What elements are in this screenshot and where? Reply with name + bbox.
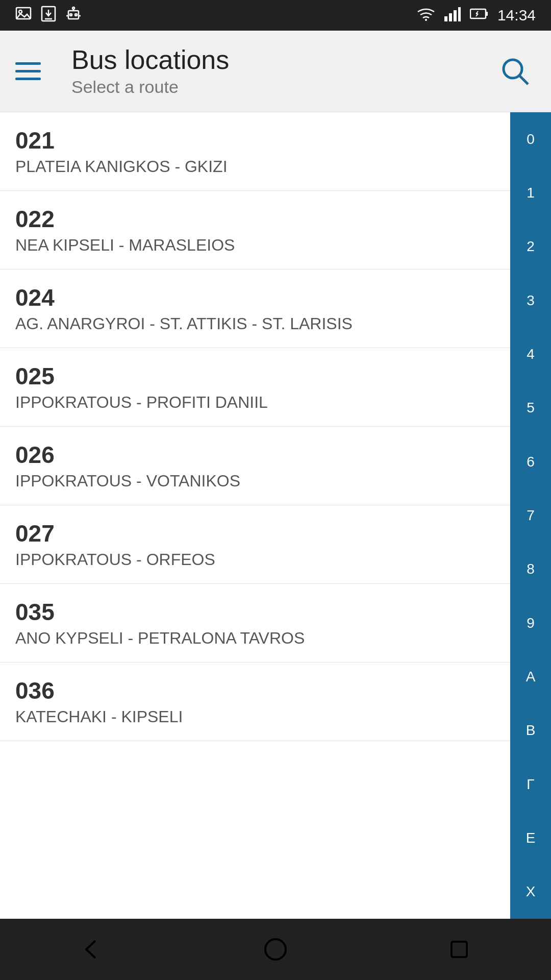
- svg-point-7: [75, 14, 77, 16]
- svg-point-6: [70, 14, 72, 16]
- search-icon: [500, 56, 531, 87]
- route-name: KATECHAKI - KIPSELI: [15, 707, 495, 726]
- alpha-index-item[interactable]: 9: [510, 596, 551, 650]
- svg-rect-15: [454, 10, 457, 21]
- alpha-index-item[interactable]: X: [510, 865, 551, 919]
- list-item[interactable]: 026IPPOKRATOUS - VOTANIKOS: [0, 427, 510, 505]
- svg-rect-25: [452, 942, 467, 957]
- route-number: 021: [15, 127, 495, 154]
- app-bar: Bus locations Select a route: [0, 31, 551, 112]
- route-number: 022: [15, 205, 495, 233]
- route-number: 024: [15, 284, 495, 311]
- recents-button[interactable]: [434, 929, 485, 970]
- alpha-index-item[interactable]: 1: [510, 166, 551, 219]
- svg-rect-14: [449, 13, 452, 21]
- route-number: 035: [15, 598, 495, 626]
- hamburger-line-2: [15, 70, 41, 72]
- app-title: Bus locations: [71, 45, 495, 75]
- svg-point-24: [265, 939, 286, 960]
- list-item[interactable]: 027IPPOKRATOUS - ORFEOS: [0, 505, 510, 584]
- list-item[interactable]: 024AG. ANARGYROI - ST. ATTIKIS - ST. LAR…: [0, 270, 510, 348]
- back-icon: [79, 937, 105, 962]
- alpha-index-item[interactable]: 6: [510, 435, 551, 488]
- alpha-index-item[interactable]: 4: [510, 327, 551, 381]
- svg-point-9: [72, 7, 74, 9]
- route-list: 021PLATEIA KANIGKOS - GKIZI022NEA KIPSEL…: [0, 112, 510, 919]
- svg-point-12: [425, 19, 427, 21]
- signal-status-icon: [444, 6, 461, 25]
- home-button[interactable]: [250, 929, 301, 970]
- status-bar-right-icons: 14:34: [417, 6, 536, 25]
- route-name: IPPOKRATOUS - PROFITI DANIIL: [15, 393, 495, 412]
- home-icon: [263, 937, 288, 962]
- list-item[interactable]: 036KATECHAKI - KIPSELI: [0, 663, 510, 741]
- route-name: IPPOKRATOUS - VOTANIKOS: [15, 472, 495, 491]
- svg-point-22: [504, 60, 522, 78]
- alpha-index-item[interactable]: E: [510, 811, 551, 865]
- list-item[interactable]: 025IPPOKRATOUS - PROFITI DANIIL: [0, 348, 510, 427]
- route-number: 026: [15, 441, 495, 469]
- svg-rect-18: [486, 12, 488, 16]
- route-name: AG. ANARGYROI - ST. ATTIKIS - ST. LARISI…: [15, 314, 495, 333]
- alpha-index-item[interactable]: 3: [510, 274, 551, 327]
- svg-rect-13: [444, 16, 447, 21]
- alpha-index-item[interactable]: B: [510, 704, 551, 757]
- list-item[interactable]: 021PLATEIA KANIGKOS - GKIZI: [0, 112, 510, 191]
- main-content: 021PLATEIA KANIGKOS - GKIZI022NEA KIPSEL…: [0, 112, 551, 919]
- hamburger-line-1: [15, 62, 41, 65]
- route-name: ANO KYPSELI - PETRALONA TAVROS: [15, 629, 495, 648]
- svg-line-23: [519, 76, 528, 84]
- alpha-index-item[interactable]: 7: [510, 488, 551, 542]
- alpha-index-item[interactable]: Γ: [510, 757, 551, 811]
- route-name: NEA KIPSELI - MARASLEIOS: [15, 236, 495, 255]
- status-bar: 14:34: [0, 0, 551, 31]
- route-name: IPPOKRATOUS - ORFEOS: [15, 550, 495, 569]
- route-number: 036: [15, 677, 495, 704]
- app-bar-titles: Bus locations Select a route: [71, 45, 495, 96]
- battery-status-icon: [470, 7, 488, 24]
- back-button[interactable]: [66, 929, 117, 970]
- alpha-index-item[interactable]: 0: [510, 112, 551, 166]
- search-button[interactable]: [495, 51, 536, 92]
- alpha-index-item[interactable]: A: [510, 650, 551, 703]
- route-number: 027: [15, 520, 495, 547]
- list-item[interactable]: 035ANO KYPSELI - PETRALONA TAVROS: [0, 584, 510, 663]
- route-name: PLATEIA KANIGKOS - GKIZI: [15, 157, 495, 176]
- svg-rect-16: [458, 7, 461, 21]
- status-time: 14:34: [497, 7, 536, 24]
- image-status-icon: [15, 6, 32, 26]
- alpha-index-item[interactable]: 2: [510, 220, 551, 274]
- robot-status-icon: [65, 6, 82, 26]
- wifi-status-icon: [417, 7, 435, 24]
- svg-point-1: [19, 10, 22, 13]
- bottom-nav: [0, 919, 551, 980]
- list-item[interactable]: 022NEA KIPSELI - MARASLEIOS: [0, 191, 510, 270]
- alpha-index-item[interactable]: 5: [510, 381, 551, 435]
- hamburger-line-3: [15, 78, 41, 80]
- alphabetic-index: 0123456789ABΓEX: [510, 112, 551, 919]
- app-subtitle: Select a route: [71, 77, 495, 97]
- alpha-index-item[interactable]: 8: [510, 543, 551, 596]
- status-bar-left-icons: [15, 6, 82, 26]
- route-number: 025: [15, 362, 495, 390]
- download-status-icon: [41, 6, 56, 26]
- menu-button[interactable]: [15, 54, 51, 89]
- recents-icon: [446, 937, 472, 962]
